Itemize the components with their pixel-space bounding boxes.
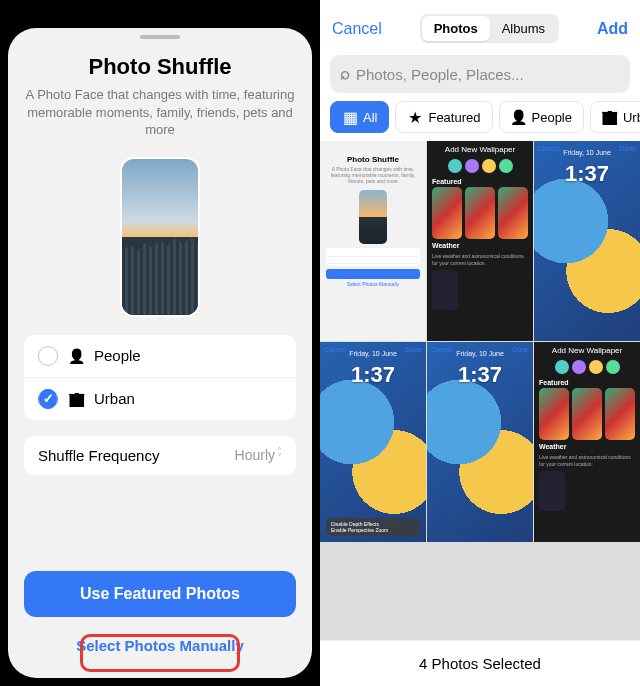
photo-grid: Photo Shuffle A Photo Face that changes … (320, 141, 640, 640)
thumb-section-label: Featured (432, 178, 528, 185)
thumb-rows (326, 248, 420, 266)
search-input[interactable]: Photos, People, Places... (330, 55, 630, 93)
thumb-chips (537, 360, 637, 374)
thumb-button (326, 269, 420, 279)
radio-checked-icon[interactable] (38, 389, 58, 409)
chip-all[interactable]: All (330, 101, 389, 133)
add-button[interactable]: Add (597, 20, 628, 38)
category-card: People Urban (24, 335, 296, 420)
category-label: Urban (94, 390, 135, 407)
photo-thumb[interactable]: Add New Wallpaper Featured Weather Live … (427, 141, 533, 341)
person-icon (511, 109, 527, 125)
selection-footer: 4 Photos Selected (320, 640, 640, 686)
navbar: Cancel Photos Albums Add (320, 0, 640, 51)
thumb-clock: 1:37 (565, 161, 609, 187)
category-urban-row[interactable]: Urban (24, 377, 296, 420)
tab-albums[interactable]: Albums (490, 16, 557, 41)
thumb-subtitle: A Photo Face that changes with time, fea… (320, 164, 426, 186)
thumb-date: Friday, 10 June (563, 149, 611, 156)
wallpaper-preview (8, 151, 312, 327)
chip-icon (589, 360, 603, 374)
photo-thumb[interactable]: CancelDone Friday, 10 June 1:37 Disable … (320, 342, 426, 542)
thumb-section-label: Weather (432, 242, 528, 249)
search-placeholder: Photos, People, Places... (356, 66, 524, 83)
thumb-mini (539, 471, 565, 511)
left-phone: Photo Shuffle A Photo Face that changes … (0, 0, 320, 686)
right-phone: Cancel Photos Albums Add Photos, People,… (320, 0, 640, 686)
notch-pill (140, 35, 180, 39)
thumb-title: Add New Wallpaper (427, 145, 533, 154)
notch-bar (8, 28, 312, 46)
chip-icon (465, 159, 479, 173)
photo-shuffle-header: Photo Shuffle A Photo Face that changes … (8, 46, 312, 151)
photo-thumb[interactable]: CancelDone Friday, 10 June 1:37 (427, 342, 533, 542)
tab-photos[interactable]: Photos (422, 16, 490, 41)
thumb-menu: Disable Depth Effects Enable Perspective… (326, 518, 420, 536)
thumb-link: Select Photos Manually (320, 281, 426, 287)
right-screen: Cancel Photos Albums Add Photos, People,… (320, 0, 640, 686)
spacer (8, 483, 312, 565)
cancel-button[interactable]: Cancel (332, 20, 382, 38)
filter-chips: All Featured People Urban (320, 101, 640, 141)
chip-featured[interactable]: Featured (395, 101, 492, 133)
chip-people[interactable]: People (499, 101, 584, 133)
thumb-title: Photo Shuffle (320, 155, 426, 164)
page-title: Photo Shuffle (24, 54, 296, 80)
chip-icon (448, 159, 462, 173)
thumb-text: Live weather and astronomical conditions… (432, 253, 528, 266)
chip-urban[interactable]: Urban (590, 101, 640, 133)
thumb-clock: 1:37 (458, 362, 502, 388)
building-icon (68, 391, 84, 407)
radio-unchecked-icon[interactable] (38, 346, 58, 366)
category-label: People (94, 347, 141, 364)
thumb-clock: 1:37 (351, 362, 395, 388)
building-icon (602, 109, 618, 125)
use-featured-photos-button[interactable]: Use Featured Photos (24, 571, 296, 617)
shuffle-frequency-row[interactable]: Shuffle Frequency Hourly ˄˅ (24, 436, 296, 475)
chip-icon (482, 159, 496, 173)
preview-phone-icon (120, 157, 200, 317)
thumb-date: Friday, 10 June (349, 350, 397, 357)
updown-icon: ˄˅ (277, 449, 282, 461)
thumb-cards (539, 388, 635, 440)
shuffle-frequency-label: Shuffle Frequency (38, 447, 159, 464)
thumb-section-label: Featured (539, 379, 635, 386)
thumb-mini (432, 270, 458, 310)
category-people-row[interactable]: People (24, 335, 296, 377)
chip-icon (555, 360, 569, 374)
thumb-chips (430, 159, 530, 173)
page-subtitle: A Photo Face that changes with time, fea… (24, 86, 296, 139)
shuffle-frequency-card: Shuffle Frequency Hourly ˄˅ (24, 436, 296, 475)
person-icon (68, 348, 84, 364)
thumb-text: Live weather and astronomical conditions… (539, 454, 635, 467)
chip-icon (606, 360, 620, 374)
left-screen: Photo Shuffle A Photo Face that changes … (8, 28, 312, 678)
chip-icon (499, 159, 513, 173)
thumb-preview-icon (359, 190, 387, 244)
photo-thumb[interactable]: CancelDone Friday, 10 June 1:37 (534, 141, 640, 341)
chip-icon (572, 360, 586, 374)
thumb-title: Add New Wallpaper (534, 346, 640, 355)
grid-icon (342, 109, 358, 125)
photo-thumb[interactable]: Add New Wallpaper Featured Weather Live … (534, 342, 640, 542)
star-icon (407, 109, 423, 125)
search-icon (340, 64, 350, 84)
thumb-date: Friday, 10 June (456, 350, 504, 357)
shuffle-frequency-value: Hourly ˄˅ (235, 447, 282, 463)
select-photos-manually-button[interactable]: Select Photos Manually (24, 625, 296, 666)
thumb-cards (432, 187, 528, 239)
photo-thumb[interactable]: Photo Shuffle A Photo Face that changes … (320, 141, 426, 341)
thumb-section-label: Weather (539, 443, 635, 450)
segmented-control: Photos Albums (420, 14, 559, 43)
